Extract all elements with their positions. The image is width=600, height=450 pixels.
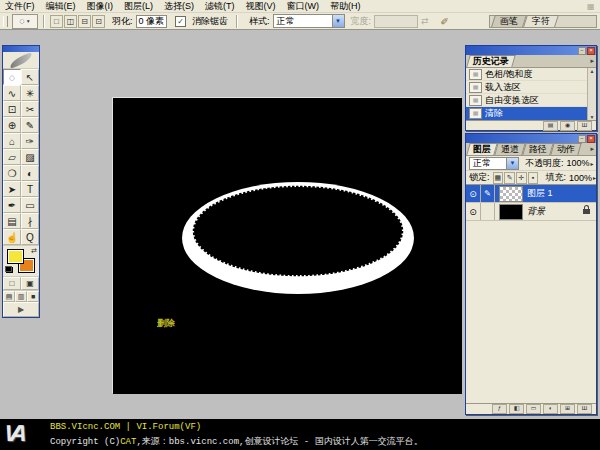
- lasso-tool[interactable]: ∿: [3, 85, 21, 101]
- default-colors-button[interactable]: [5, 266, 13, 273]
- lock-transparency-button[interactable]: ▦: [493, 172, 504, 184]
- tab-actions[interactable]: 动作: [550, 143, 581, 155]
- delete-layer-button[interactable]: Ш: [577, 404, 592, 414]
- menu-help[interactable]: 帮助(H): [330, 0, 361, 13]
- close-icon[interactable]: ×: [587, 135, 595, 143]
- tab-layers[interactable]: 图层: [466, 143, 497, 155]
- hand-tool[interactable]: ☝: [3, 229, 21, 245]
- scroll-up-icon[interactable]: ▲: [590, 68, 595, 74]
- antialias-checkbox[interactable]: ✓: [175, 16, 186, 27]
- menu-filter[interactable]: 滤镜(T): [205, 0, 235, 13]
- layer-row-background[interactable]: ⊙ 背景: [466, 203, 596, 221]
- slice-tool[interactable]: ✂: [21, 101, 39, 117]
- foreground-color-swatch[interactable]: [7, 249, 24, 264]
- history-item[interactable]: ▦ 自由变换选区: [466, 94, 596, 107]
- visibility-toggle[interactable]: ⊙: [466, 203, 481, 220]
- layer-thumbnail[interactable]: [499, 204, 523, 220]
- subtract-selection-button[interactable]: ⊟: [78, 15, 91, 28]
- menu-file[interactable]: 文件(F): [5, 0, 35, 13]
- move-tool[interactable]: ↖: [21, 69, 39, 85]
- jump-to-imageready-button[interactable]: ▶: [3, 302, 39, 317]
- opacity-arrow-icon[interactable]: ▸: [591, 160, 594, 167]
- standard-screen-button[interactable]: ▤: [3, 291, 15, 302]
- layer-name[interactable]: 背景: [527, 205, 583, 218]
- new-document-from-state-button[interactable]: ▤: [543, 121, 558, 131]
- add-selection-button[interactable]: ◫: [64, 15, 77, 28]
- new-snapshot-button[interactable]: ◉: [560, 121, 575, 131]
- crop-tool[interactable]: ⊡: [3, 101, 21, 117]
- history-brush-tool[interactable]: ✑: [21, 133, 39, 149]
- current-tool-button[interactable]: ◌ ▼: [12, 14, 38, 29]
- options-grip[interactable]: [3, 16, 8, 27]
- new-layer-button[interactable]: ⊞: [560, 404, 575, 414]
- tab-character[interactable]: 字符: [523, 15, 559, 27]
- blur-tool[interactable]: ❍: [3, 165, 21, 181]
- layer-name[interactable]: 图层 1: [527, 187, 596, 200]
- lock-position-button[interactable]: ✛: [516, 172, 527, 184]
- new-selection-button[interactable]: □: [50, 15, 63, 28]
- quickmask-mode-button[interactable]: ▣: [21, 277, 39, 290]
- magic-wand-tool[interactable]: ✳: [21, 85, 39, 101]
- footer-site-line: BBS.VIcnc.COM | VI.Forum(VF): [50, 422, 201, 432]
- eyedropper-tool[interactable]: ∤: [21, 213, 39, 229]
- healing-brush-tool[interactable]: ⊕: [3, 117, 21, 133]
- panel-menu-icon[interactable]: ▸: [590, 145, 594, 153]
- document-canvas[interactable]: 删除: [113, 98, 462, 394]
- menu-layer[interactable]: 图层(L): [124, 0, 153, 13]
- menu-select[interactable]: 选择(S): [164, 0, 194, 13]
- standard-mode-button[interactable]: □: [3, 277, 21, 290]
- tab-history[interactable]: 历史记录: [466, 55, 515, 67]
- path-selection-tool[interactable]: ➤: [3, 181, 21, 197]
- history-item[interactable]: ▦ 色相/饱和度: [466, 68, 596, 81]
- shape-tool[interactable]: ▭: [21, 197, 39, 213]
- minimize-icon[interactable]: –: [578, 135, 586, 143]
- clone-stamp-tool[interactable]: ⌂: [3, 133, 21, 149]
- gradient-tool[interactable]: ▨: [21, 149, 39, 165]
- history-titlebar[interactable]: – ×: [466, 46, 596, 55]
- type-tool[interactable]: T: [21, 181, 39, 197]
- adjustment-layer-button[interactable]: ◐: [543, 404, 558, 414]
- fullscreen-button[interactable]: ■: [27, 291, 39, 302]
- add-mask-button[interactable]: ◧: [509, 404, 524, 414]
- fill-arrow-icon[interactable]: ▸: [593, 174, 596, 181]
- menu-view[interactable]: 视图(V): [246, 0, 276, 13]
- menu-window[interactable]: 窗口(W): [287, 0, 320, 13]
- menu-edit[interactable]: 编辑(E): [46, 0, 76, 13]
- tab-paths[interactable]: 路径: [522, 143, 553, 155]
- layer-row-layer1[interactable]: ⊙ ✎ 图层 1: [466, 185, 596, 203]
- history-item-selected[interactable]: ▦ 清除: [466, 107, 596, 120]
- visibility-toggle[interactable]: ⊙: [466, 185, 481, 202]
- scroll-down-icon[interactable]: ▼: [590, 114, 595, 120]
- eraser-tool[interactable]: ▱: [3, 149, 21, 165]
- dodge-tool[interactable]: ◐: [21, 165, 39, 181]
- history-scrollbar[interactable]: ▲ ▼: [587, 68, 596, 120]
- fill-value[interactable]: 100%: [569, 173, 592, 183]
- elliptical-marquee-tool[interactable]: ◌: [3, 69, 21, 85]
- menu-bar: 文件(F) 编辑(E) 图像(I) 图层(L) 选择(S) 滤镜(T) 视图(V…: [0, 0, 600, 13]
- minimize-icon[interactable]: –: [578, 47, 586, 55]
- close-icon[interactable]: ×: [587, 47, 595, 55]
- style-dropdown[interactable]: 正常 ▼: [273, 14, 345, 28]
- feather-input[interactable]: 0 像素: [136, 15, 168, 28]
- layer-thumbnail[interactable]: [499, 186, 523, 202]
- opacity-value[interactable]: 100%: [567, 158, 590, 168]
- blend-mode-dropdown[interactable]: 正常 ▼: [469, 157, 519, 170]
- delete-state-button[interactable]: Ш: [577, 121, 592, 131]
- lock-image-button[interactable]: ✎: [504, 172, 515, 184]
- layer-style-button[interactable]: ƒ: [492, 404, 507, 414]
- panel-menu-icon[interactable]: ▸: [590, 57, 594, 65]
- menu-image[interactable]: 图像(I): [87, 0, 114, 13]
- tab-brushes[interactable]: 画笔: [491, 15, 527, 27]
- pen-tool[interactable]: ✒: [3, 197, 21, 213]
- lock-all-button[interactable]: ▪: [528, 172, 539, 184]
- new-group-button[interactable]: ▭: [526, 404, 541, 414]
- layers-titlebar[interactable]: – ×: [466, 134, 596, 143]
- intersect-selection-button[interactable]: ⊡: [92, 15, 105, 28]
- zoom-tool[interactable]: Q: [21, 229, 39, 245]
- fullscreen-menubar-button[interactable]: ▥: [15, 291, 27, 302]
- tab-channels[interactable]: 通道: [494, 143, 525, 155]
- swap-colors-button[interactable]: ⇄: [31, 247, 37, 255]
- history-item[interactable]: ▦ 载入选区: [466, 81, 596, 94]
- notes-tool[interactable]: ▤: [3, 213, 21, 229]
- brush-tool[interactable]: ✎: [21, 117, 39, 133]
